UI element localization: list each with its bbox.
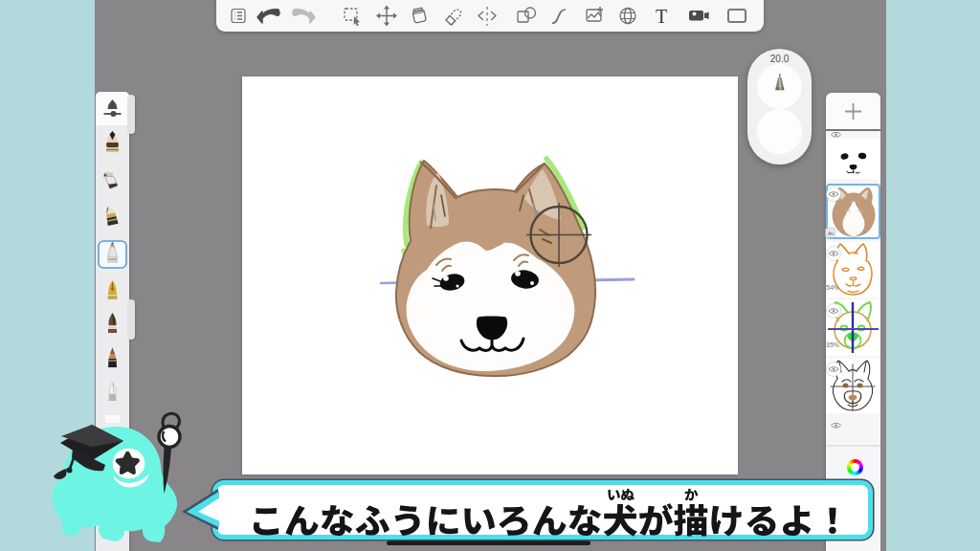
svg-text:T: T: [656, 6, 667, 27]
